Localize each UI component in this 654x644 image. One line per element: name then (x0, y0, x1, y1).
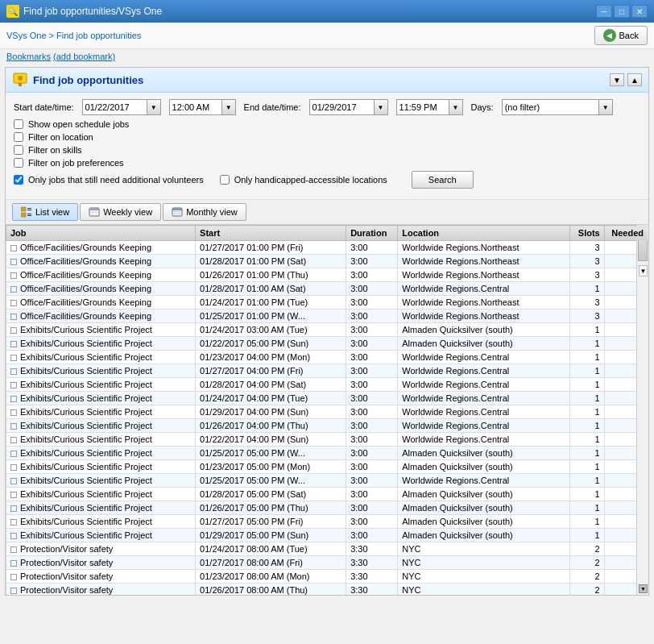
table-cell: 01/28/2017 04:00 PM (Sat) (196, 378, 346, 392)
table-cell: 3:30 (346, 556, 398, 570)
tab-list-view[interactable]: List view (12, 203, 78, 221)
end-date-btn[interactable]: ▼ (374, 99, 388, 115)
table-cell: 3:00 (346, 268, 398, 282)
table-cell: 2 (569, 584, 604, 596)
cb-filter-location[interactable] (14, 132, 23, 142)
main-panel: Find job opportunities ▼ ▲ Start date/ti… (5, 67, 649, 596)
end-time-btn[interactable]: ▼ (449, 99, 463, 115)
table-cell: Protection/Visitor safety (6, 570, 196, 584)
table-row[interactable]: Office/Facilities/Grounds Keeping01/28/2… (6, 282, 648, 296)
table-cell: Worldwide Regions.Northeast (398, 255, 570, 268)
table-row[interactable]: Office/Facilities/Grounds Keeping01/24/2… (6, 296, 648, 310)
back-button[interactable]: ◀ Back (594, 26, 648, 45)
maximize-button[interactable]: □ (614, 5, 630, 18)
table-cell: Worldwide Regions.Central (398, 419, 570, 433)
table-row[interactable]: Exhibits/Curious Scientific Project01/28… (6, 488, 648, 501)
breadcrumb-page[interactable]: Find job opportunities (56, 31, 141, 40)
cb-filter-skills[interactable] (14, 145, 23, 155)
table-cell: Exhibits/Curious Scientific Project (6, 378, 196, 392)
panel-dropdown-btn[interactable]: ▼ (610, 73, 624, 86)
cb3-row: Filter on skills (14, 145, 640, 155)
table-row[interactable]: Exhibits/Curious Scientific Project01/22… (6, 337, 648, 351)
table-row[interactable]: Exhibits/Curious Scientific Project01/27… (6, 515, 648, 529)
tab-weekly-view[interactable]: Weekly view (80, 203, 161, 221)
table-cell: 01/28/2017 05:00 PM (Sat) (196, 488, 346, 501)
col-needed: Needed (604, 226, 648, 241)
panel-collapse-btn[interactable]: ▲ (627, 73, 642, 86)
table-row[interactable]: Exhibits/Curious Scientific Project01/25… (6, 447, 648, 460)
tab-monthly-view-label: Monthly view (186, 207, 238, 217)
breadcrumb-home[interactable]: VSys One (6, 31, 47, 40)
tab-monthly-view[interactable]: Monthly view (163, 203, 246, 221)
start-date-input[interactable] (82, 99, 147, 115)
table-row[interactable]: Exhibits/Curious Scientific Project01/26… (6, 501, 648, 515)
table-row[interactable]: Protection/Visitor safety01/26/2017 08:0… (6, 584, 648, 596)
table-row[interactable]: Office/Facilities/Grounds Keeping01/25/2… (6, 310, 648, 323)
table-row[interactable]: Protection/Visitor safety01/27/2017 08:0… (6, 556, 648, 570)
table-cell: 1 (569, 488, 604, 501)
table-row[interactable]: Office/Facilities/Grounds Keeping01/27/2… (6, 241, 648, 255)
svg-rect-2 (19, 83, 22, 86)
cb5-label: Only jobs that still need additional vol… (28, 175, 204, 185)
table-row[interactable]: Exhibits/Curious Scientific Project01/24… (6, 323, 648, 337)
date-row: Start date/time: ▼ ▼ End date/time: ▼ ▼ … (14, 99, 640, 115)
days-btn[interactable]: ▼ (598, 99, 613, 115)
table-row[interactable]: Exhibits/Curious Scientific Project01/25… (6, 474, 648, 488)
table-cell: 3:00 (346, 282, 398, 296)
filter-icon[interactable]: ▼ (639, 265, 648, 276)
panel-title: Find job opportunities (33, 74, 143, 86)
table-cell: Exhibits/Curious Scientific Project (6, 433, 196, 447)
table-cell: Almaden Quicksilver (south) (398, 460, 570, 474)
table-row[interactable]: Exhibits/Curious Scientific Project01/29… (6, 405, 648, 419)
table-row[interactable]: Exhibits/Curious Scientific Project01/27… (6, 364, 648, 378)
table-cell: 3:00 (346, 501, 398, 515)
table-row[interactable]: Exhibits/Curious Scientific Project01/23… (6, 351, 648, 364)
table-cell: Exhibits/Curious Scientific Project (6, 419, 196, 433)
svg-rect-8 (27, 215, 31, 216)
table-cell: Worldwide Regions.Central (398, 474, 570, 488)
start-time-btn[interactable]: ▼ (221, 99, 236, 115)
table-cell: 3:00 (346, 433, 398, 447)
scrollbar[interactable]: ▲ ▼ ▼ (636, 225, 648, 595)
table-row[interactable]: Office/Facilities/Grounds Keeping01/26/2… (6, 268, 648, 282)
cb-filter-preferences[interactable] (14, 158, 23, 168)
table-cell: 3 (569, 296, 604, 310)
table-row[interactable]: Exhibits/Curious Scientific Project01/28… (6, 378, 648, 392)
table-cell: 01/22/2017 04:00 PM (Sun) (196, 433, 346, 447)
table-row[interactable]: Exhibits/Curious Scientific Project01/22… (6, 433, 648, 447)
table-row[interactable]: Exhibits/Curious Scientific Project01/29… (6, 529, 648, 542)
days-input[interactable] (502, 99, 598, 115)
table-cell: Office/Facilities/Grounds Keeping (6, 268, 196, 282)
table-row[interactable]: Protection/Visitor safety01/24/2017 08:0… (6, 542, 648, 556)
data-table-container[interactable]: Job Start Duration Location Slots Needed… (6, 225, 648, 595)
cb-open-schedule[interactable] (14, 119, 23, 129)
scroll-down-btn[interactable]: ▼ (639, 584, 648, 593)
table-cell: 01/23/2017 08:00 AM (Mon) (196, 570, 346, 584)
end-time-input[interactable] (396, 99, 449, 115)
close-button[interactable]: ✕ (631, 5, 648, 18)
table-row[interactable]: Exhibits/Curious Scientific Project01/24… (6, 392, 648, 405)
end-date-input[interactable] (309, 99, 374, 115)
cb-handicapped[interactable] (220, 175, 230, 185)
table-row[interactable]: Office/Facilities/Grounds Keeping01/28/2… (6, 255, 648, 268)
table-cell: 01/26/2017 05:00 PM (Thu) (196, 501, 346, 515)
table-row[interactable]: Exhibits/Curious Scientific Project01/26… (6, 419, 648, 433)
table-cell: 01/27/2017 04:00 PM (Fri) (196, 364, 346, 378)
add-bookmark-link[interactable]: (add bookmark) (53, 52, 115, 61)
cb-need-volunteers[interactable] (14, 175, 23, 185)
start-time-input[interactable] (169, 99, 221, 115)
scroll-thumb[interactable] (638, 237, 648, 261)
table-cell: 1 (569, 447, 604, 460)
tab-list-view-label: List view (35, 207, 69, 217)
minimize-button[interactable]: ─ (596, 5, 612, 18)
search-button[interactable]: Search (412, 171, 474, 189)
table-row[interactable]: Exhibits/Curious Scientific Project01/23… (6, 460, 648, 474)
bookmarks-link[interactable]: Bookmarks (6, 52, 51, 61)
start-date-btn[interactable]: ▼ (147, 99, 161, 115)
table-cell: 01/25/2017 05:00 PM (W... (196, 474, 346, 488)
table-row[interactable]: Protection/Visitor safety01/23/2017 08:0… (6, 570, 648, 584)
cb4-row: Filter on job preferences (14, 158, 640, 168)
table-cell: 3:00 (346, 364, 398, 378)
table-cell: Exhibits/Curious Scientific Project (6, 405, 196, 419)
table-cell: Almaden Quicksilver (south) (398, 447, 570, 460)
